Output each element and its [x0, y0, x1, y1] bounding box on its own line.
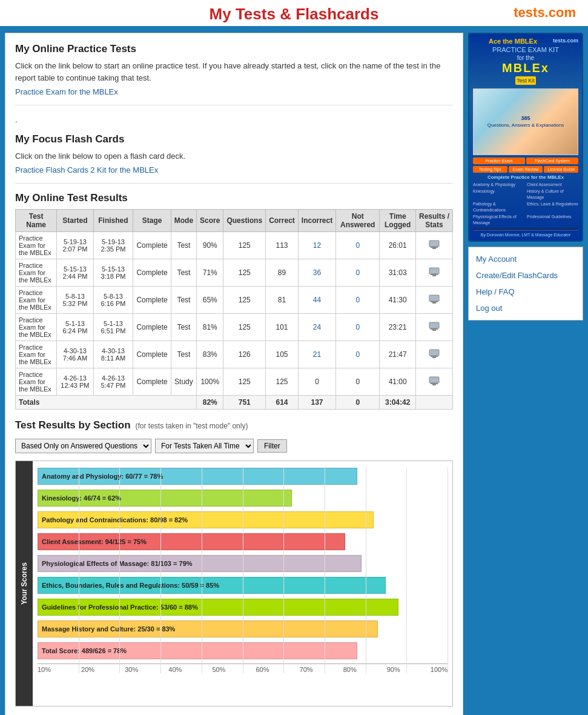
cell-time: 41:30 [380, 287, 416, 314]
cell-stats[interactable] [415, 287, 452, 314]
cell-started: 5-19-13 2:07 PM [57, 232, 93, 259]
bar-row: Kinesiology: 46/74 = 62% [38, 489, 448, 507]
svg-rect-4 [431, 274, 438, 275]
cell-stats[interactable] [415, 368, 452, 396]
cell-stage: Complete [133, 232, 171, 259]
ace-label: Ace the MBLEx [489, 38, 537, 45]
x-label: 10% [38, 666, 51, 673]
author-label: By Donovan Monroe, LMT & Massage Educato… [473, 233, 578, 237]
cell-name: Practice Exam for the MBLEx [16, 341, 57, 368]
incorrect-link[interactable]: 36 [313, 268, 321, 277]
cell-finished: 5-1-13 6:51 PM [93, 314, 133, 341]
not-answered-link[interactable]: 0 [355, 241, 360, 250]
stats-icon[interactable] [429, 379, 440, 388]
practice-tests-desc: Click on the link below to start an onli… [15, 60, 453, 84]
filter-time-select[interactable]: For Tests Taken All Time Last 30 Days La… [155, 439, 254, 453]
x-label: 20% [81, 666, 94, 673]
cell-not-answered: 0 [336, 232, 380, 259]
my-account-link[interactable]: My Account [476, 254, 575, 264]
cell-not-answered: 0 [336, 287, 380, 314]
cell-stats[interactable] [415, 314, 452, 341]
results-table: Test Name Started Finished Stage Mode Sc… [15, 209, 453, 410]
table-row: Practice Exam for the MBLEx 4-26-13 12:4… [16, 368, 453, 396]
cell-stage: Complete [133, 314, 171, 341]
stats-icon[interactable] [429, 243, 440, 251]
section-results-header: Test Results by Section (for tests taken… [15, 419, 453, 431]
cell-stats[interactable] [415, 259, 452, 287]
bar: Pathology and Contraindications: 80/98 =… [38, 511, 374, 528]
not-answered-link[interactable]: 0 [355, 296, 360, 304]
cell-correct: 113 [266, 232, 299, 259]
feature-buttons2: Testing Tips Exam Review License Guide [473, 166, 578, 173]
cell-finished: 4-26-13 5:47 PM [93, 368, 133, 396]
x-label: 70% [300, 666, 313, 673]
svg-rect-14 [432, 357, 436, 358]
stats-icon[interactable] [429, 298, 440, 306]
bar: Massage History and Culture: 25/30 = 83% [38, 620, 378, 637]
practice-tests-heading: My Online Practice Tests [15, 43, 453, 55]
incorrect-link[interactable]: 44 [313, 296, 321, 304]
flashcards-link[interactable]: Practice Flash Cards 2 Kit for the MBLEx [15, 165, 158, 175]
cell-stats[interactable] [415, 341, 452, 368]
col-score: Score [197, 210, 223, 232]
cell-incorrect: 21 [298, 341, 335, 368]
stats-icon[interactable] [429, 270, 440, 279]
filter-answered-select[interactable]: Based Only on Answered Questions Based o… [15, 439, 151, 453]
stats-icon[interactable] [429, 352, 440, 361]
section-list: Anatomy & Physiology Client Assessment K… [473, 182, 578, 227]
table-row: Practice Exam for the MBLEx 4-30-13 7:46… [16, 341, 453, 368]
not-answered-link[interactable]: 0 [355, 350, 360, 359]
cell-mode: Test [171, 341, 196, 368]
chart-container: Your Scores Anatomy and Physiology: 60/7… [15, 461, 453, 707]
help-faq-link[interactable]: Help / FAQ [476, 287, 575, 296]
cell-finished: 5-8-13 6:16 PM [93, 287, 133, 314]
page-title: My Tests & Flashcards [0, 5, 588, 24]
dot-separator: . [15, 114, 453, 126]
section-results-heading: Test Results by Section [15, 419, 131, 431]
cell-correct: 125 [266, 368, 299, 396]
section-row4: Physiological Effects of Massage Profess… [473, 214, 578, 227]
cell-incorrect: 12 [298, 232, 335, 259]
cell-not-answered: 0 [336, 368, 380, 396]
section-anatomy: Anatomy & Physiology [473, 182, 524, 188]
cell-time: 31:03 [380, 259, 416, 287]
log-out-link[interactable]: Log out [476, 304, 575, 313]
incorrect-link[interactable]: 12 [313, 241, 321, 250]
col-questions: Questions [223, 210, 266, 232]
svg-rect-15 [429, 377, 439, 383]
table-row: Practice Exam for the MBLEx 5-19-13 2:07… [16, 232, 453, 259]
bar-label: Pathology and Contraindications: 80/98 =… [42, 516, 188, 524]
x-axis: 10%20%30%40%50%60%70%80%90%100% [38, 663, 448, 673]
totals-incorrect: 137 [298, 396, 335, 410]
sidebar-ad-inner: Ace the MBLEx tests.com PRACTICE EXAM KI… [469, 34, 582, 241]
totals-questions: 751 [223, 396, 266, 410]
stats-icon[interactable] [429, 325, 440, 333]
sidebar-nav: My Account Create/Edit FlashCards Help /… [468, 247, 583, 321]
practice-tests-link[interactable]: Practice Exam for the MBLEx [15, 87, 118, 96]
not-answered-link[interactable]: 0 [355, 323, 360, 331]
svg-rect-12 [429, 350, 439, 356]
incorrect-link[interactable]: 24 [313, 323, 321, 331]
col-incorrect: Incorrect [298, 210, 335, 232]
bar-label: Kinesiology: 46/74 = 62% [42, 494, 121, 502]
not-answered-link[interactable]: 0 [355, 268, 360, 277]
incorrect-link[interactable]: 21 [313, 350, 321, 359]
cell-incorrect: 36 [298, 259, 335, 287]
cell-started: 5-8-13 5:32 PM [57, 287, 93, 314]
cell-started: 5-15-13 2:44 PM [57, 259, 93, 287]
cell-started: 4-30-13 7:46 AM [57, 341, 93, 368]
filter-button[interactable]: Filter [257, 439, 287, 453]
bar-label: Physiological Effects of Massage: 81/103… [42, 560, 193, 567]
cell-questions: 125 [223, 368, 266, 396]
bar-row: Ethics, Boundaries, Rules and Regulation… [38, 576, 448, 594]
section-history: History & Culture of Massage [527, 188, 578, 201]
section-row3: Pathology & Contraindications Ethics, La… [473, 201, 578, 214]
x-label: 90% [387, 666, 400, 673]
cell-stage: Complete [133, 287, 171, 314]
cell-stats[interactable] [415, 232, 452, 259]
svg-rect-3 [429, 268, 439, 274]
create-edit-link[interactable]: Create/Edit FlashCards [476, 271, 575, 280]
section-row2: Kinesiology History & Culture of Massage [473, 188, 578, 201]
bar-row: Physiological Effects of Massage: 81/103… [38, 554, 448, 573]
table-row: Practice Exam for the MBLEx 5-15-13 2:44… [16, 259, 453, 287]
